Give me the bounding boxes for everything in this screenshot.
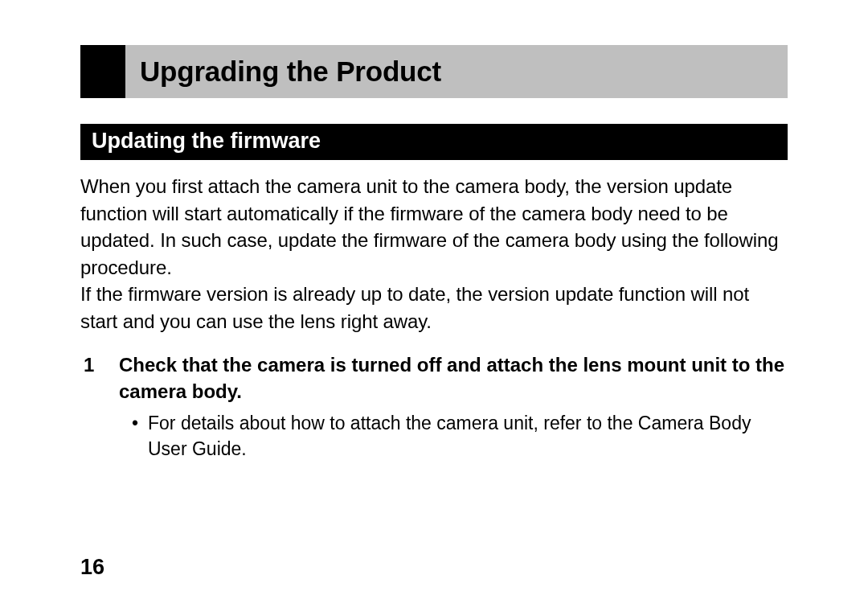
document-page: Upgrading the Product Updating the firmw… bbox=[0, 0, 868, 612]
bullet-dot-icon: • bbox=[132, 410, 148, 462]
section-title-bar: Updating the firmware bbox=[80, 124, 788, 160]
page-number: 16 bbox=[80, 555, 104, 580]
section-paragraph-1: When you first attach the camera unit to… bbox=[80, 173, 788, 281]
chapter-title-bar: Upgrading the Product bbox=[80, 45, 788, 98]
title-bar-grey-region: Upgrading the Product bbox=[125, 45, 788, 98]
title-bar-black-tab bbox=[80, 45, 125, 98]
step-text: Check that the camera is turned off and … bbox=[119, 351, 788, 405]
step-1-bullet: • For details about how to attach the ca… bbox=[80, 410, 788, 462]
section-title: Updating the firmware bbox=[92, 129, 776, 154]
bullet-text: For details about how to attach the came… bbox=[148, 410, 788, 462]
step-number: 1 bbox=[80, 351, 119, 405]
procedure-step-1: 1 Check that the camera is turned off an… bbox=[80, 351, 788, 405]
chapter-title: Upgrading the Product bbox=[140, 55, 441, 88]
section-paragraph-2: If the firmware version is already up to… bbox=[80, 281, 788, 335]
section-body: When you first attach the camera unit to… bbox=[80, 173, 788, 335]
